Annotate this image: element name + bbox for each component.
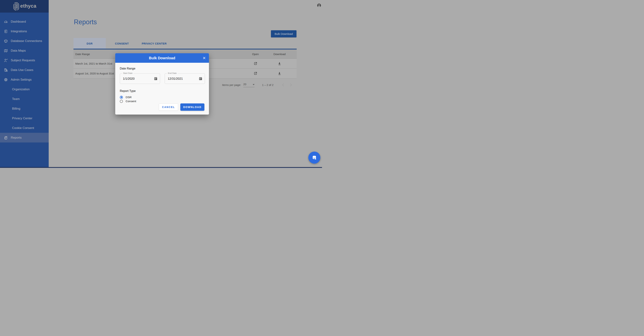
- open-in-new-icon: [254, 62, 257, 65]
- document-device-icon: [4, 68, 8, 72]
- sidebar-item-database-connections[interactable]: Database Connections: [0, 36, 49, 46]
- brand-name: ethyca: [20, 3, 36, 9]
- close-icon: [202, 56, 206, 60]
- column-header-download: Download: [274, 50, 286, 59]
- items-per-page-label: Items per page:: [222, 83, 241, 87]
- fingerprint-icon: [13, 2, 19, 11]
- pagination: Items per page: 20 1 – 2 of 2: [222, 81, 292, 88]
- tab-label: PRIVACY CENTER: [142, 42, 167, 45]
- gear-icon: [4, 78, 8, 82]
- sidebar-item-cookie-consent[interactable]: Cookie Consent: [0, 123, 49, 133]
- date-range-section-label: Date Range: [120, 67, 135, 70]
- sidebar-item-team[interactable]: Team: [0, 94, 49, 104]
- end-date-field[interactable]: End Date 12/31/2021: [165, 73, 205, 84]
- sidebar-item-data-maps[interactable]: Data Maps: [0, 46, 49, 56]
- row-date-range: August 1st, 2020 to August 31st: [75, 69, 114, 78]
- download-button-label: DOWNLOAD: [183, 106, 202, 109]
- tab-privacy-center[interactable]: PRIVACY CENTER: [138, 38, 170, 49]
- sidebar-item-label: Database Connections: [11, 39, 42, 43]
- tab-label: CONSENT: [115, 42, 129, 45]
- sidebar-item-label: Subject Requests: [11, 59, 35, 62]
- chevron-left-icon: [282, 83, 284, 87]
- items-per-page-select[interactable]: 20: [243, 83, 254, 87]
- radio-label: Consent: [126, 100, 136, 103]
- sidebar-item-billing[interactable]: Billing: [0, 104, 49, 113]
- column-header-open: Open: [252, 50, 259, 59]
- download-icon: [278, 72, 281, 75]
- map-icon: [4, 49, 8, 53]
- download-button[interactable]: DOWNLOAD: [180, 103, 204, 111]
- sidebar-item-label: Reports: [11, 136, 22, 140]
- calendar-icon[interactable]: [199, 77, 202, 81]
- tab-consent[interactable]: CONSENT: [106, 38, 138, 49]
- sidebar-item-label: Billing: [12, 107, 20, 111]
- sidebar-item-privacy-center[interactable]: Privacy Center: [0, 113, 49, 123]
- bulk-download-modal: Bulk Download Date Range Start Date 1/1/…: [115, 53, 209, 115]
- cancel-button[interactable]: CANCEL: [159, 103, 178, 111]
- sidebar-item-label: Organization: [12, 88, 30, 91]
- sidebar-item-dashboard[interactable]: Dashboard: [0, 17, 49, 27]
- sidebar-item-label: Team: [12, 97, 20, 101]
- next-page-button[interactable]: [289, 83, 292, 87]
- chat-launcher-button[interactable]: [308, 152, 320, 164]
- radio-selected-icon: [120, 96, 123, 99]
- download-report-button[interactable]: [278, 69, 281, 78]
- open-in-new-icon: [254, 72, 257, 75]
- sidebar-item-integrations[interactable]: Integrations: [0, 27, 49, 36]
- sidebar-item-label: Data Maps: [11, 49, 26, 53]
- sidebar-item-reports[interactable]: Reports: [0, 133, 49, 142]
- sidebar: ethyca Dashboard Integrations: [0, 0, 49, 167]
- tab-dsr[interactable]: DSR: [74, 38, 106, 49]
- sidebar-item-data-use-cases[interactable]: Data Use Cases: [0, 65, 49, 75]
- window-behind-strip: [0, 168, 322, 168]
- sidebar-item-label: Integrations: [11, 30, 27, 33]
- radio-label: DSR: [126, 96, 132, 99]
- radio-option-dsr[interactable]: DSR: [120, 95, 132, 99]
- open-report-button[interactable]: [254, 59, 257, 68]
- brand-logo: ethyca: [0, 0, 49, 13]
- download-icon: [278, 62, 281, 65]
- start-date-field[interactable]: Start Date 1/1/2020: [120, 73, 160, 84]
- dashboard-gauge-icon: [4, 20, 8, 24]
- sidebar-item-admin-settings[interactable]: Admin Settings: [0, 75, 49, 85]
- sidebar-item-label: Data Use Cases: [11, 68, 33, 72]
- reports-pages-icon: [4, 136, 8, 140]
- calendar-icon[interactable]: [154, 77, 158, 81]
- server-icon: [4, 30, 8, 33]
- sidebar-item-label: Cookie Consent: [12, 126, 34, 130]
- chat-bubble-icon: [311, 154, 318, 161]
- close-button[interactable]: [202, 56, 206, 60]
- bulk-download-button-label: Bulk Download: [274, 32, 293, 35]
- pagination-range: 1 – 2 of 2: [262, 83, 274, 87]
- previous-page-button[interactable]: [282, 83, 284, 87]
- date-fields: Start Date 1/1/2020 End Date 12/31/2021: [120, 73, 205, 84]
- open-report-button[interactable]: [254, 69, 257, 78]
- column-header-date-range: Date Range: [75, 50, 90, 59]
- start-date-value: 1/1/2020: [123, 74, 134, 84]
- cancel-button-label: CANCEL: [162, 106, 175, 109]
- report-type-section-label: Report Type: [120, 89, 136, 93]
- page-title: Reports: [74, 18, 97, 26]
- radio-option-consent[interactable]: Consent: [120, 99, 136, 103]
- sidebar-item-organization[interactable]: Organization: [0, 85, 49, 94]
- sidebar-nav: Dashboard Integrations Database Connec: [0, 17, 49, 142]
- modal-header: Bulk Download: [115, 53, 209, 63]
- radio-unselected-icon: [120, 100, 123, 103]
- tab-label: DSR: [86, 42, 93, 45]
- download-report-button[interactable]: [278, 59, 281, 68]
- sidebar-item-subject-requests[interactable]: Subject Requests: [0, 56, 49, 65]
- report-tabs: DSR CONSENT PRIVACY CENTER: [74, 38, 297, 49]
- row-date-range: March 1st, 2021 to March 31st: [75, 59, 112, 68]
- globe-icon: [4, 39, 8, 43]
- end-date-value: 12/31/2021: [168, 74, 183, 84]
- bulk-download-button[interactable]: Bulk Download: [271, 30, 296, 37]
- modal-title: Bulk Download: [115, 53, 209, 63]
- items-per-page-value: 20: [243, 83, 246, 86]
- user-avatar-icon[interactable]: [317, 4, 321, 8]
- sidebar-item-label: Admin Settings: [11, 78, 32, 82]
- sidebar-item-label: Privacy Center: [12, 117, 32, 120]
- sidebar-item-label: Dashboard: [11, 20, 26, 24]
- dropdown-caret-icon: [253, 84, 254, 85]
- person-check-icon: [4, 59, 8, 62]
- modal-actions: CANCEL DOWNLOAD: [115, 103, 204, 111]
